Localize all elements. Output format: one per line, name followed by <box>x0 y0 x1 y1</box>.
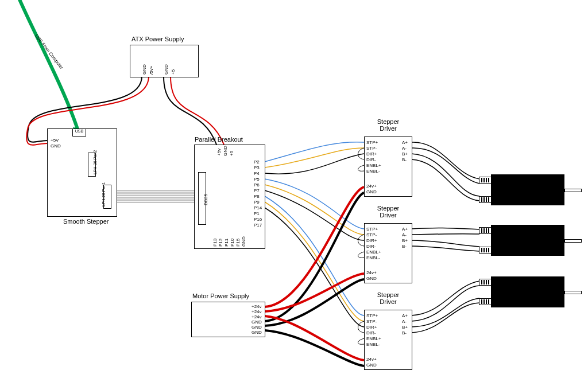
bo-r7: P9 <box>254 200 260 205</box>
d1-l0: STP+ <box>366 140 378 145</box>
mpsu-5: GND <box>252 330 262 335</box>
smooth-stepper-title: Smooth Stepper <box>63 218 109 225</box>
ss-port1-label: LPH-26 Port1 <box>102 182 106 206</box>
bo-top-0: +5v <box>216 149 222 156</box>
bo-top-2: +5 <box>229 151 234 156</box>
bo-r0: P2 <box>254 159 260 165</box>
motor-2-coil-b <box>479 247 491 254</box>
d1-p1: GND <box>366 189 377 194</box>
bo-r4: P6 <box>254 182 260 188</box>
motor-1-shaft <box>564 189 582 192</box>
bo-b4: P15 <box>235 239 241 247</box>
d2-l4: ENBL+ <box>366 249 381 255</box>
d1-r0: A+ <box>402 140 408 145</box>
driver1-title: StepperDriver <box>377 118 400 132</box>
bo-r2: P4 <box>254 171 260 176</box>
d3-l5: ENBL- <box>366 342 380 347</box>
d3-l4: ENBL+ <box>366 336 381 341</box>
d1-l1: STP- <box>366 146 377 151</box>
bo-r6: P8 <box>254 194 260 199</box>
d2-r3: B- <box>402 244 407 249</box>
d3-r3: B- <box>402 330 407 336</box>
bo-b0: P13 <box>212 239 218 247</box>
d3-l1: STP- <box>366 319 377 324</box>
motor-psu-title: Motor Power Supply <box>192 293 249 299</box>
atx-title: ATX Power Supply <box>131 36 184 42</box>
atx-pin-2: GND <box>164 64 169 75</box>
d2-p0: 24v+ <box>366 270 377 275</box>
d1-r1: A- <box>402 146 407 151</box>
d2-l0: STP+ <box>366 227 378 232</box>
motor-3-shaft <box>564 291 582 294</box>
bo-r3: P5 <box>254 177 260 182</box>
bo-r8: P14 <box>254 205 262 210</box>
d2-l5: ENBL- <box>366 255 380 260</box>
ss-port2-label: LPH-26 Port2 <box>93 150 97 174</box>
d1-l2: DIR+ <box>366 151 377 157</box>
d1-r2: B+ <box>402 151 408 157</box>
motor-3-coil-a <box>479 279 491 286</box>
usb-port: USB <box>72 128 86 137</box>
d2-r2: B+ <box>402 238 408 243</box>
bo-b1: P12 <box>218 239 223 247</box>
bo-r5: P7 <box>254 188 260 193</box>
d3-p0: 24v+ <box>366 357 377 362</box>
mpsu-2: +24v <box>252 314 262 319</box>
ss-gnd: GND <box>51 143 61 149</box>
bo-r9: P1 <box>254 211 260 216</box>
d2-l3: DIR- <box>366 244 376 249</box>
d1-l5: ENBL- <box>366 169 380 174</box>
d2-p1: GND <box>366 276 377 281</box>
ss-5v: +5V <box>51 138 59 143</box>
bo-b2: P11 <box>224 239 229 247</box>
d3-l0: STP+ <box>366 313 378 318</box>
motor-1-coil-a <box>479 177 491 184</box>
motor-3 <box>491 276 564 307</box>
breakout-title: Parallel Breakout <box>195 136 243 143</box>
d3-p1: GND <box>366 362 377 368</box>
motor-3-coil-b <box>479 298 491 305</box>
breakout-db25-label: DB25 <box>203 194 208 205</box>
bo-b5: GND <box>241 236 246 247</box>
atx-pin-1: /5v+ <box>149 66 154 75</box>
d3-r1: A- <box>402 319 407 324</box>
mpsu-4: GND <box>252 325 262 330</box>
bo-r1: P3 <box>254 165 260 170</box>
mpsu-3: GND <box>252 319 262 325</box>
d1-l3: DIR- <box>366 157 376 162</box>
bo-b3: P10 <box>230 239 235 247</box>
mpsu-1: +24v <box>252 309 262 314</box>
d2-l2: DIR+ <box>366 238 377 243</box>
d1-l4: ENBL+ <box>366 163 381 168</box>
usb-cable-label: USB From Computer <box>34 33 64 70</box>
d3-l3: DIR- <box>366 330 376 336</box>
atx-pin-3: +5 <box>171 69 176 75</box>
d2-l1: STP- <box>366 232 377 237</box>
motor-1 <box>491 174 564 205</box>
bo-r10: P16 <box>254 217 262 222</box>
bo-r11: P17 <box>254 223 262 228</box>
motor-2 <box>491 225 564 256</box>
bo-top-1: GND <box>223 146 228 156</box>
driver3-title: StepperDriver <box>377 291 400 305</box>
d1-r3: B- <box>402 157 407 162</box>
d3-r0: A+ <box>402 313 408 318</box>
mpsu-0: +24v <box>252 304 262 309</box>
motor-2-coil-a <box>479 227 491 234</box>
d2-r0: A+ <box>402 227 408 232</box>
d2-r1: A- <box>402 232 407 237</box>
motor-2-shaft <box>564 239 582 243</box>
atx-pin-0: GND <box>142 64 147 75</box>
d3-r2: B+ <box>402 325 408 330</box>
d1-p0: 24v+ <box>366 184 377 189</box>
d3-l2: DIR+ <box>366 325 377 330</box>
driver2-title: StepperDriver <box>377 205 400 219</box>
motor-1-coil-b <box>479 196 491 203</box>
